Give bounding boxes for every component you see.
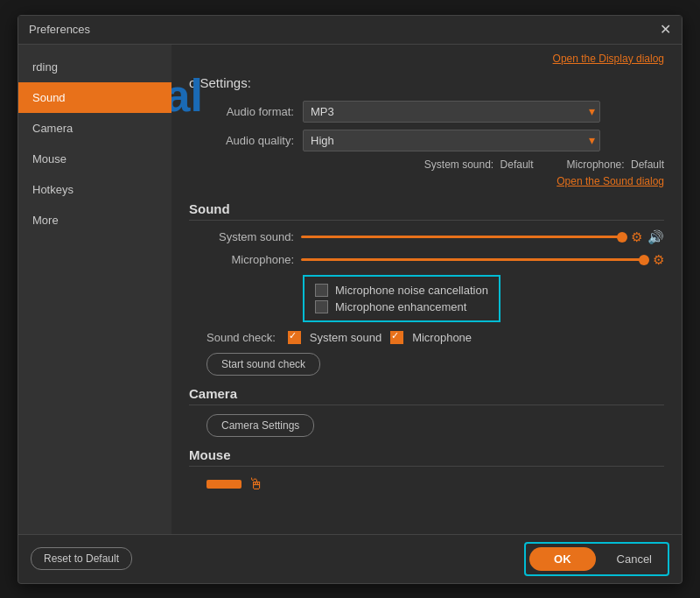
- microphone-icons: ⚙: [653, 252, 664, 268]
- open-display-link[interactable]: Open the Display dialog: [553, 53, 664, 65]
- mouse-section: Mouse 🖱: [189, 447, 664, 494]
- sound-section-header: Sound: [189, 201, 664, 221]
- system-sound-thumb: [617, 232, 627, 243]
- noise-cancellation-checkbox[interactable]: [315, 284, 328, 297]
- audio-quality-select[interactable]: High Medium Low: [303, 130, 600, 151]
- sidebar-item-hotkeys[interactable]: Hotkeys: [18, 174, 172, 205]
- ok-button[interactable]: OK: [529, 547, 596, 571]
- noise-cancellation-label: Microphone noise cancellation: [335, 284, 488, 297]
- mouse-icon: 🖱: [248, 475, 264, 494]
- status-row: System sound: Default Microphone: Defaul…: [189, 158, 664, 171]
- system-sound-gear-icon[interactable]: ⚙: [631, 229, 642, 245]
- system-sound-check-checkbox[interactable]: [288, 331, 301, 344]
- audio-format-label: Audio format:: [189, 105, 294, 118]
- footer-right: OK Cancel: [524, 542, 669, 576]
- enhancement-label: Microphone enhancement: [335, 300, 466, 313]
- microphone-check-checkbox[interactable]: [390, 331, 403, 344]
- system-sound-slider[interactable]: [301, 236, 624, 238]
- audio-format-row: Audio format: MP3 AAC WAV OGG ▾: [189, 101, 664, 123]
- content-area: rding Sound Camera Mouse Hotkeys More Op…: [18, 45, 682, 534]
- system-sound-check-label: System sound: [310, 331, 382, 344]
- start-sound-check-button[interactable]: Start sound check: [206, 353, 320, 376]
- sidebar: rding Sound Camera Mouse Hotkeys More: [18, 45, 172, 534]
- mouse-section-header: Mouse: [189, 447, 664, 467]
- camera-section-header: Camera: [189, 386, 664, 405]
- system-sound-speaker-icon[interactable]: 🔊: [648, 229, 664, 245]
- sidebar-item-recording[interactable]: rding: [18, 52, 172, 82]
- noise-cancellation-row: Microphone noise cancellation: [315, 284, 488, 297]
- open-sound-link-area: Open the Sound dialog: [189, 174, 664, 187]
- camera-section: Camera Camera Settings: [189, 386, 664, 437]
- preferences-dialog: Preferences ✕ rding Sound Camera Mouse H…: [18, 15, 682, 584]
- enhancement-row: Microphone enhancement: [315, 300, 488, 313]
- sidebar-item-sound[interactable]: Sound: [18, 82, 172, 113]
- mouse-color-bar: [206, 480, 242, 489]
- system-sound-icons: ⚙ 🔊: [631, 229, 664, 245]
- main-content: Optional Open the Display dialog o Setti…: [172, 45, 682, 534]
- microphone-options-group: Microphone noise cancellation Microphone…: [303, 275, 500, 322]
- title-bar: Preferences ✕: [18, 16, 682, 45]
- audio-format-select[interactable]: MP3 AAC WAV OGG: [303, 101, 600, 123]
- microphone-status-label: Microphone: Default: [564, 158, 664, 171]
- microphone-slider-label: Microphone:: [189, 253, 294, 266]
- microphone-slider[interactable]: [301, 258, 646, 261]
- sidebar-item-mouse[interactable]: Mouse: [18, 144, 172, 174]
- sound-check-label: Sound check:: [206, 331, 276, 344]
- close-button[interactable]: ✕: [660, 23, 671, 37]
- dialog-title: Preferences: [29, 23, 90, 36]
- sidebar-item-more[interactable]: More: [18, 205, 172, 236]
- audio-quality-label: Audio quality:: [189, 134, 294, 147]
- system-sound-slider-label: System sound:: [189, 230, 294, 243]
- mouse-row: 🖱: [206, 475, 664, 494]
- microphone-slider-row: Microphone: ⚙: [189, 252, 664, 268]
- microphone-gear-icon[interactable]: ⚙: [653, 252, 664, 268]
- enhancement-checkbox[interactable]: [315, 300, 328, 313]
- audio-format-select-wrapper: MP3 AAC WAV OGG ▾: [303, 101, 600, 123]
- camera-settings-button[interactable]: Camera Settings: [206, 414, 314, 437]
- audio-quality-select-wrapper: High Medium Low ▾: [303, 130, 600, 151]
- top-link-area: Open the Display dialog: [189, 45, 664, 68]
- system-sound-status-label: System sound: Default: [421, 158, 534, 171]
- open-sound-link[interactable]: Open the Sound dialog: [556, 175, 664, 187]
- footer: Reset to Default OK Cancel: [18, 534, 682, 583]
- system-sound-slider-row: System sound: ⚙ 🔊: [189, 229, 664, 245]
- reset-button[interactable]: Reset to Default: [31, 547, 132, 570]
- audio-quality-row: Audio quality: High Medium Low ▾: [189, 130, 664, 151]
- audio-section-title: o Settings:: [189, 68, 664, 90]
- cancel-button[interactable]: Cancel: [605, 547, 664, 571]
- sound-check-row: Sound check: System sound Microphone: [206, 331, 664, 344]
- microphone-thumb: [639, 255, 649, 265]
- microphone-check-label: Microphone: [412, 331, 472, 344]
- sidebar-item-camera[interactable]: Camera: [18, 113, 172, 144]
